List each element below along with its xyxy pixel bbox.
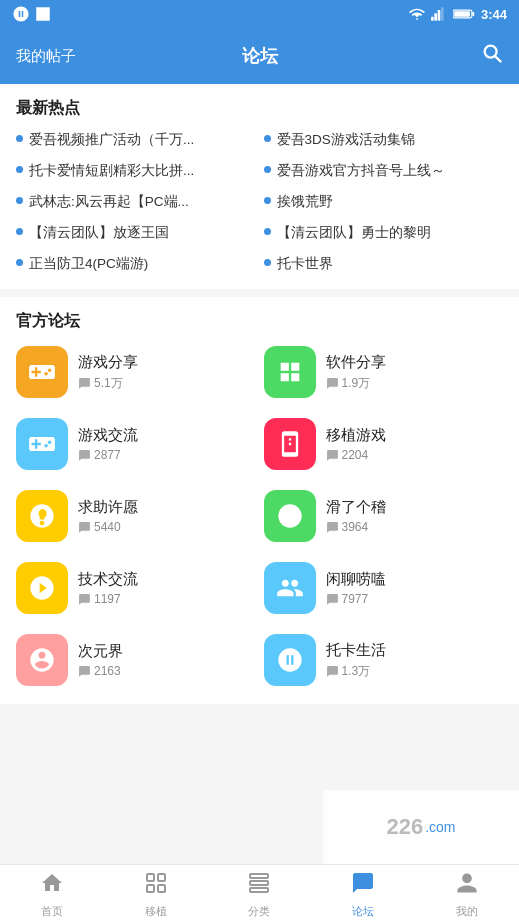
nav-item-首页[interactable]: 首页 — [0, 871, 104, 919]
svg-rect-16 — [158, 885, 165, 892]
time-display: 3:44 — [481, 7, 507, 22]
hot-dot — [16, 166, 23, 173]
forum-section: 官方论坛 游戏分享5.1万软件分享1.9万游戏交流2877移植游戏2204求助许… — [0, 297, 519, 704]
watermark-domain: .com — [425, 819, 455, 835]
forum-item[interactable]: 滑了个稽3964 — [264, 486, 504, 546]
forum-icon — [16, 418, 68, 470]
nav-label-分类: 分类 — [248, 904, 270, 919]
hot-item[interactable]: 爱吾视频推广活动（千万... — [16, 129, 256, 152]
forum-info: 游戏交流2877 — [78, 426, 138, 462]
count-text: 1197 — [94, 592, 121, 606]
hot-item[interactable]: 托卡世界 — [264, 253, 504, 276]
my-posts-link[interactable]: 我的帖子 — [16, 47, 76, 66]
hot-dot — [16, 197, 23, 204]
hot-item[interactable]: 【清云团队】勇士的黎明 — [264, 222, 504, 245]
comment-icon — [326, 593, 339, 606]
svg-point-11 — [284, 511, 288, 515]
forum-info: 技术交流1197 — [78, 570, 138, 606]
forum-name: 游戏交流 — [78, 426, 138, 445]
svg-rect-19 — [250, 888, 268, 892]
forum-icon — [16, 346, 68, 398]
hot-item-text: 托卡爱情短剧精彩大比拼... — [29, 162, 194, 181]
hot-item[interactable]: 正当防卫4(PC端游) — [16, 253, 256, 276]
forum-name: 次元界 — [78, 642, 123, 661]
forum-name: 闲聊唠嗑 — [326, 570, 386, 589]
comment-icon — [326, 377, 339, 390]
hot-item-text: 爱吾3DS游戏活动集锦 — [277, 131, 415, 150]
app-icon-1 — [12, 5, 30, 23]
nav-icon-首页 — [40, 871, 64, 901]
forum-item[interactable]: 游戏分享5.1万 — [16, 342, 256, 402]
hot-item-text: 武林志:风云再起【PC端... — [29, 193, 189, 212]
forum-icon — [264, 562, 316, 614]
forum-item[interactable]: 移植游戏2204 — [264, 414, 504, 474]
nav-item-我的[interactable]: 我的 — [415, 871, 519, 919]
nav-label-论坛: 论坛 — [352, 904, 374, 919]
forum-item[interactable]: 求助许愿5440 — [16, 486, 256, 546]
comment-icon — [78, 665, 91, 678]
svg-rect-14 — [158, 874, 165, 881]
battery-icon — [453, 8, 475, 20]
search-button[interactable] — [481, 42, 503, 70]
forum-item[interactable]: 软件分享1.9万 — [264, 342, 504, 402]
hot-item-text: 托卡世界 — [277, 255, 333, 274]
comment-icon — [326, 449, 339, 462]
nav-item-论坛[interactable]: 论坛 — [311, 871, 415, 919]
status-right-icons: 3:44 — [409, 7, 507, 22]
forum-item[interactable]: 托卡生活1.3万 — [264, 630, 504, 690]
status-left-icons — [12, 5, 52, 23]
count-text: 1.9万 — [342, 375, 371, 392]
svg-line-8 — [495, 56, 501, 62]
hot-dot — [16, 135, 23, 142]
svg-rect-18 — [250, 881, 268, 885]
forum-info: 托卡生活1.3万 — [326, 641, 386, 680]
app-icon-2 — [34, 5, 52, 23]
nav-icon-论坛 — [351, 871, 375, 901]
forum-count: 5440 — [78, 520, 138, 534]
hot-item[interactable]: 托卡爱情短剧精彩大比拼... — [16, 160, 256, 183]
hot-item-text: 爱吾视频推广活动（千万... — [29, 131, 194, 150]
hot-dot — [16, 259, 23, 266]
svg-rect-6 — [472, 12, 474, 16]
forum-info: 闲聊唠嗑7977 — [326, 570, 386, 606]
svg-rect-5 — [454, 11, 470, 17]
svg-point-12 — [291, 511, 295, 515]
hot-section: 最新热点 爱吾视频推广活动（千万...爱吾3DS游戏活动集锦托卡爱情短剧精彩大比… — [0, 84, 519, 289]
hot-item[interactable]: 武林志:风云再起【PC端... — [16, 191, 256, 214]
hot-item[interactable]: 【清云团队】放逐王国 — [16, 222, 256, 245]
forum-count: 2204 — [326, 448, 386, 462]
forum-info: 次元界2163 — [78, 642, 123, 678]
hot-item-text: 【清云团队】勇士的黎明 — [277, 224, 431, 243]
svg-rect-3 — [441, 7, 444, 20]
forum-section-title: 官方论坛 — [16, 311, 503, 332]
nav-label-移植: 移植 — [145, 904, 167, 919]
svg-rect-1 — [434, 13, 437, 20]
forum-item[interactable]: 游戏交流2877 — [16, 414, 256, 474]
hot-item[interactable]: 挨饿荒野 — [264, 191, 504, 214]
comment-icon — [78, 593, 91, 606]
forum-item[interactable]: 技术交流1197 — [16, 558, 256, 618]
hot-dot — [264, 197, 271, 204]
forum-name: 游戏分享 — [78, 353, 138, 372]
hot-section-title: 最新热点 — [16, 98, 503, 119]
forum-count: 1.3万 — [326, 663, 386, 680]
forum-info: 游戏分享5.1万 — [78, 353, 138, 392]
header: 我的帖子 论坛 — [0, 28, 519, 84]
hot-dot — [264, 259, 271, 266]
forum-item[interactable]: 闲聊唠嗑7977 — [264, 558, 504, 618]
status-bar: 3:44 — [0, 0, 519, 28]
forum-item[interactable]: 次元界2163 — [16, 630, 256, 690]
forum-count: 7977 — [326, 592, 386, 606]
wifi-icon — [409, 8, 425, 20]
nav-item-移植[interactable]: 移植 — [104, 871, 208, 919]
hot-item-text: 正当防卫4(PC端游) — [29, 255, 148, 274]
watermark: 226 .com — [323, 790, 519, 864]
hot-item[interactable]: 爱吾游戏官方抖音号上线～ — [264, 160, 504, 183]
forum-count: 2163 — [78, 664, 123, 678]
forum-icon — [264, 418, 316, 470]
hot-item[interactable]: 爱吾3DS游戏活动集锦 — [264, 129, 504, 152]
svg-rect-17 — [250, 874, 268, 878]
forum-name: 技术交流 — [78, 570, 138, 589]
hot-dot — [264, 228, 271, 235]
nav-item-分类[interactable]: 分类 — [208, 871, 312, 919]
